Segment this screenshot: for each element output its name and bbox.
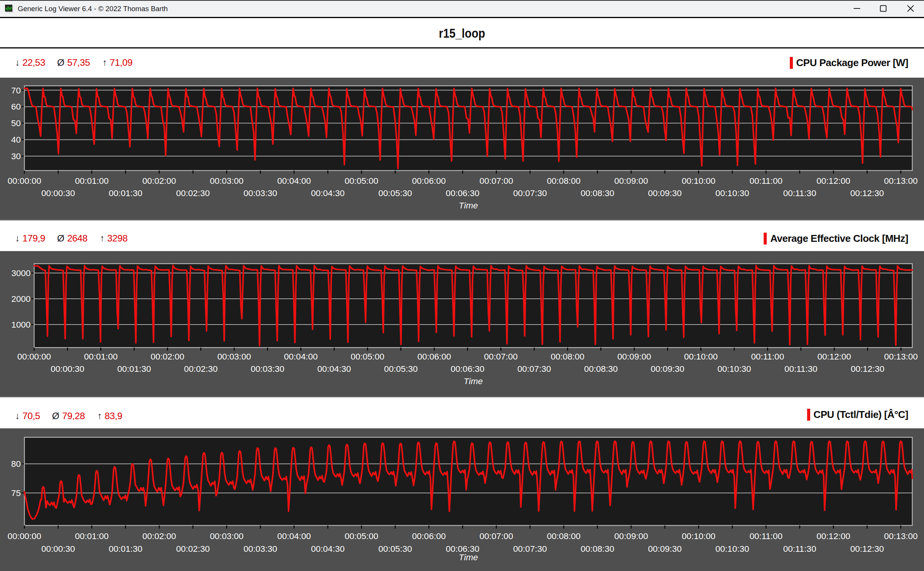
svg-text:00:03:30: 00:03:30 — [243, 544, 277, 554]
svg-text:00:01:30: 00:01:30 — [109, 188, 143, 198]
svg-text:00:03:00: 00:03:00 — [217, 352, 251, 361]
svg-text:00:13:00: 00:13:00 — [884, 352, 918, 361]
svg-text:00:12:00: 00:12:00 — [817, 531, 851, 541]
svg-text:40: 40 — [11, 135, 21, 145]
svg-text:00:12:30: 00:12:30 — [851, 364, 885, 374]
svg-text:00:12:00: 00:12:00 — [817, 176, 851, 186]
svg-text:00:07:30: 00:07:30 — [513, 544, 547, 554]
svg-text:00:12:30: 00:12:30 — [850, 544, 884, 554]
svg-text:00:03:00: 00:03:00 — [210, 176, 244, 186]
svg-text:00:10:00: 00:10:00 — [684, 352, 718, 361]
svg-text:00:10:30: 00:10:30 — [718, 364, 751, 374]
svg-text:00:00:00: 00:00:00 — [8, 176, 42, 186]
svg-text:00:09:30: 00:09:30 — [651, 364, 684, 374]
svg-text:00:07:00: 00:07:00 — [479, 531, 513, 541]
svg-text:00:05:30: 00:05:30 — [378, 544, 412, 554]
svg-text:00:11:30: 00:11:30 — [784, 364, 817, 374]
svg-text:00:01:30: 00:01:30 — [117, 364, 151, 374]
svg-text:00:10:00: 00:10:00 — [682, 531, 716, 541]
svg-text:00:09:00: 00:09:00 — [614, 176, 648, 186]
svg-text:00:08:00: 00:08:00 — [547, 531, 581, 541]
svg-text:00:02:30: 00:02:30 — [184, 364, 218, 374]
svg-text:00:10:30: 00:10:30 — [716, 544, 749, 554]
svg-text:00:05:00: 00:05:00 — [351, 352, 385, 361]
svg-text:00:04:00: 00:04:00 — [277, 176, 311, 186]
svg-text:30: 30 — [11, 151, 21, 161]
svg-text:00:07:30: 00:07:30 — [518, 364, 551, 374]
svg-text:00:05:30: 00:05:30 — [378, 188, 412, 198]
svg-text:00:06:00: 00:06:00 — [412, 531, 446, 541]
svg-text:00:11:00: 00:11:00 — [751, 352, 784, 361]
svg-text:00:05:00: 00:05:00 — [345, 176, 378, 186]
svg-text:1000: 1000 — [11, 320, 30, 330]
svg-text:00:04:00: 00:04:00 — [284, 352, 318, 361]
svg-text:Time: Time — [459, 553, 478, 562]
svg-text:00:09:30: 00:09:30 — [648, 544, 682, 554]
svg-text:00:05:30: 00:05:30 — [384, 364, 418, 374]
svg-text:00:05:00: 00:05:00 — [345, 531, 378, 541]
svg-text:00:11:00: 00:11:00 — [749, 176, 782, 186]
svg-text:00:09:00: 00:09:00 — [614, 531, 648, 541]
svg-text:00:02:30: 00:02:30 — [176, 544, 210, 554]
svg-text:00:00:00: 00:00:00 — [17, 352, 51, 361]
svg-text:Time: Time — [459, 201, 478, 210]
svg-text:00:13:00: 00:13:00 — [884, 176, 918, 186]
svg-text:00:11:30: 00:11:30 — [783, 544, 816, 554]
svg-text:00:02:00: 00:02:00 — [142, 176, 176, 186]
svg-text:70: 70 — [11, 86, 21, 95]
svg-text:00:01:30: 00:01:30 — [109, 544, 143, 554]
svg-text:00:13:00: 00:13:00 — [884, 531, 918, 541]
svg-text:00:09:30: 00:09:30 — [648, 188, 682, 198]
svg-text:00:06:00: 00:06:00 — [417, 352, 451, 361]
svg-text:00:02:00: 00:02:00 — [142, 531, 176, 541]
svg-text:00:08:00: 00:08:00 — [551, 352, 584, 361]
svg-text:00:00:30: 00:00:30 — [51, 364, 85, 374]
svg-text:00:03:30: 00:03:30 — [251, 364, 285, 374]
svg-text:00:06:30: 00:06:30 — [451, 364, 484, 374]
svg-text:00:00:30: 00:00:30 — [41, 544, 75, 554]
svg-text:00:11:00: 00:11:00 — [749, 531, 782, 541]
svg-text:00:06:00: 00:06:00 — [412, 176, 446, 186]
svg-text:80: 80 — [11, 459, 21, 469]
svg-text:00:06:30: 00:06:30 — [446, 188, 479, 198]
svg-text:75: 75 — [11, 488, 21, 498]
svg-text:00:02:30: 00:02:30 — [176, 188, 210, 198]
svg-text:00:00:00: 00:00:00 — [8, 531, 42, 541]
svg-text:00:11:30: 00:11:30 — [783, 188, 816, 198]
svg-text:00:12:30: 00:12:30 — [850, 188, 884, 198]
svg-text:00:08:00: 00:08:00 — [547, 176, 581, 186]
svg-text:00:12:00: 00:12:00 — [817, 352, 851, 361]
svg-text:60: 60 — [11, 102, 21, 112]
svg-text:00:04:30: 00:04:30 — [317, 364, 351, 374]
svg-text:50: 50 — [11, 118, 21, 128]
svg-text:00:07:00: 00:07:00 — [479, 176, 513, 186]
svg-text:00:01:00: 00:01:00 — [84, 352, 118, 361]
svg-text:00:03:00: 00:03:00 — [210, 531, 244, 541]
svg-text:00:02:00: 00:02:00 — [151, 352, 185, 361]
svg-text:00:03:30: 00:03:30 — [243, 188, 277, 198]
svg-text:00:08:30: 00:08:30 — [581, 188, 614, 198]
svg-text:00:01:00: 00:01:00 — [75, 531, 109, 541]
svg-text:00:00:30: 00:00:30 — [41, 188, 75, 198]
svg-text:00:04:00: 00:04:00 — [277, 531, 311, 541]
svg-text:00:01:00: 00:01:00 — [75, 176, 109, 186]
svg-text:00:04:30: 00:04:30 — [311, 188, 345, 198]
svg-text:Time: Time — [464, 376, 483, 386]
svg-text:00:04:30: 00:04:30 — [311, 544, 345, 554]
svg-text:00:07:00: 00:07:00 — [484, 352, 518, 361]
svg-text:2000: 2000 — [11, 294, 30, 304]
svg-text:00:08:30: 00:08:30 — [584, 364, 618, 374]
svg-text:00:07:30: 00:07:30 — [513, 188, 547, 198]
svg-text:00:10:30: 00:10:30 — [716, 188, 749, 198]
svg-text:00:10:00: 00:10:00 — [682, 176, 716, 186]
svg-text:00:08:30: 00:08:30 — [581, 544, 614, 554]
svg-text:00:09:00: 00:09:00 — [618, 352, 651, 361]
svg-text:3000: 3000 — [11, 268, 30, 278]
